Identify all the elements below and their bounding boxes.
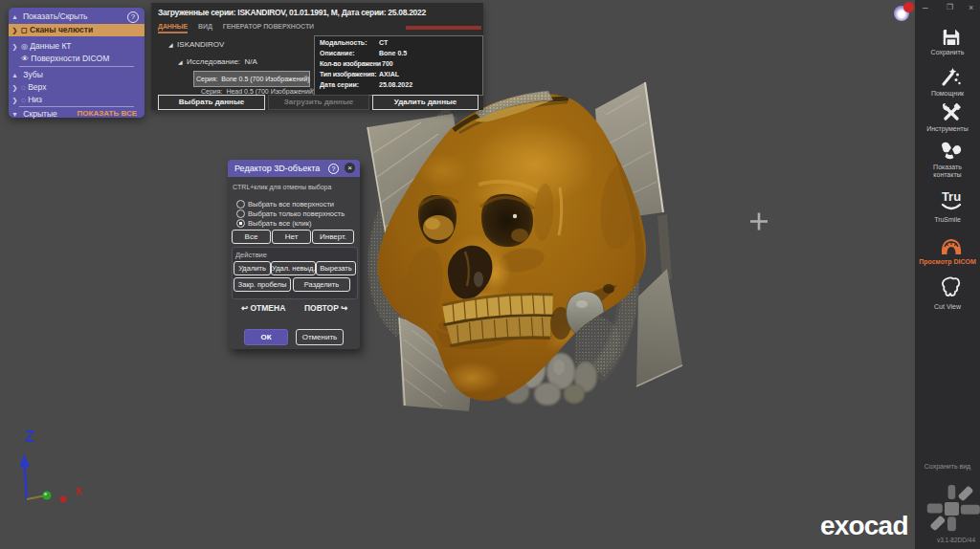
svg-text:x: x <box>76 483 83 497</box>
svg-text:Z: Z <box>25 428 34 445</box>
svg-text:Tru: Tru <box>942 189 961 204</box>
